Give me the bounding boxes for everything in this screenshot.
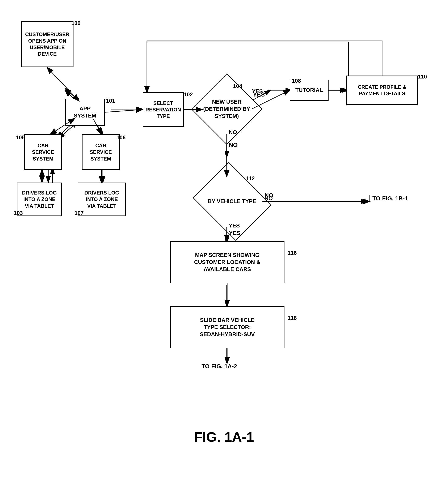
car-service-right-box: CAR SERVICE SYSTEM	[82, 134, 120, 170]
label-102: 102	[184, 91, 193, 98]
by-vehicle-type-diamond: BY VEHICLE TYPE	[202, 176, 262, 227]
customer-opens-app-label: CUSTOMER/USER OPENS APP ON USER/MOBILE D…	[25, 31, 69, 57]
slide-bar-box: SLIDE BAR VEHICLE TYPE SELECTOR: SEDAN-H…	[170, 306, 284, 348]
to-fig-1a2-label: TO FIG. 1A-2	[202, 363, 237, 370]
car-service-right-label: CAR SERVICE SYSTEM	[90, 142, 112, 162]
figure-caption: FIG. 1A-1	[194, 429, 254, 445]
label-103: 103	[14, 210, 23, 216]
drivers-log-right-label: DRIVERS LOG INTO A ZONE VIA TABLET	[84, 189, 119, 209]
customer-opens-app-box: CUSTOMER/USER OPENS APP ON USER/MOBILE D…	[21, 21, 73, 67]
create-profile-box: CREATE PROFILE & PAYMENT DETAILS	[346, 75, 418, 105]
create-profile-label: CREATE PROFILE & PAYMENT DETAILS	[358, 84, 406, 97]
label-104: 104	[233, 83, 242, 89]
drivers-log-left-label: DRIVERS LOG INTO A ZONE VIA TABLET	[22, 189, 57, 209]
diagram-container: CUSTOMER/USER OPENS APP ON USER/MOBILE D…	[0, 0, 448, 451]
label-108: 108	[292, 78, 301, 84]
app-system-box: APP SYSTEM	[65, 99, 105, 126]
label-112: 112	[246, 175, 255, 182]
label-100: 100	[71, 20, 80, 26]
label-101: 101	[106, 98, 115, 104]
map-screen-label: MAP SCREEN SHOWING CUSTOMER LOCATION & A…	[194, 252, 260, 273]
car-service-left-label: CAR SERVICE SYSTEM	[32, 142, 54, 162]
app-system-label: APP SYSTEM	[74, 105, 96, 120]
slide-bar-label: SLIDE BAR VEHICLE TYPE SELECTOR: SEDAN-H…	[200, 317, 255, 338]
tutorial-label: TUTORIAL	[295, 87, 323, 94]
label-107: 107	[75, 210, 83, 216]
label-118: 118	[288, 315, 297, 321]
drivers-log-left-box: DRIVERS LOG INTO A ZONE VIA TABLET	[17, 182, 62, 216]
car-service-left-box: CAR SERVICE SYSTEM	[24, 134, 62, 170]
no-vehicle-label: NO	[264, 195, 273, 202]
label-110: 110	[418, 73, 427, 80]
drivers-log-right-box: DRIVERS LOG INTO A ZONE VIA TABLET	[78, 182, 126, 216]
new-user-label: NEW USER(DETERMINED BYSYSTEM)	[203, 98, 250, 120]
select-reservation-label: SELECT RESERVATION TYPE	[146, 100, 181, 120]
new-user-diamond: NEW USER(DETERMINED BYSYSTEM)	[202, 84, 252, 134]
label-116: 116	[288, 250, 297, 256]
label-106: 106	[116, 134, 126, 141]
yes-vehicle-label: YES	[229, 222, 240, 229]
by-vehicle-type-label: BY VEHICLE TYPE	[208, 198, 256, 205]
to-fig-1b1-label: TO FIG. 1B-1	[370, 195, 408, 202]
map-screen-box: MAP SCREEN SHOWING CUSTOMER LOCATION & A…	[170, 241, 284, 283]
select-reservation-box: SELECT RESERVATION TYPE	[143, 92, 184, 127]
no-new-user-label: NO	[229, 129, 237, 136]
label-105: 105	[16, 134, 25, 141]
yes-new-user-label: YES	[252, 88, 263, 95]
